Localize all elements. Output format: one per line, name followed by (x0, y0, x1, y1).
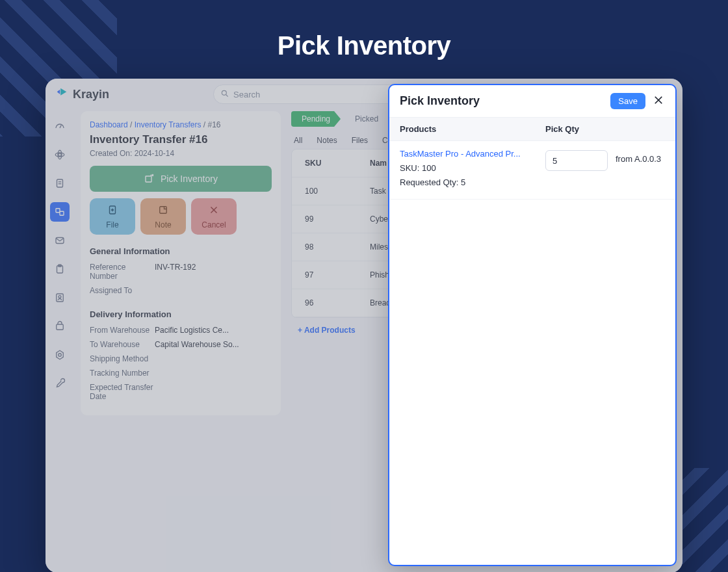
svg-line-3 (226, 94, 228, 96)
product-requested-qty: Requested Qty: 5 (400, 176, 545, 190)
nav-leads[interactable] (50, 145, 70, 164)
assigned-value (155, 286, 272, 295)
from-wh-label: From Warehouse (90, 326, 155, 335)
col-sku: SKU (305, 159, 370, 168)
brand-name: Krayin (73, 88, 109, 101)
svg-point-17 (58, 296, 61, 298)
crumb-current: #16 (207, 120, 220, 129)
from-wh-value: Pacific Logistics Ce... (155, 326, 272, 335)
ship-label: Shipping Method (90, 354, 155, 363)
svg-line-4 (60, 125, 61, 129)
expect-label: Expected Transfer Date (90, 383, 155, 401)
cancel-label: Cancel (202, 220, 226, 229)
nav-dashboard[interactable] (50, 116, 70, 136)
general-heading: General Information (90, 246, 272, 256)
close-drawer-button[interactable] (652, 95, 665, 108)
svg-rect-21 (146, 176, 151, 182)
brand-logo: Krayin (55, 87, 109, 101)
pick-inventory-button[interactable]: Pick Inventory (90, 166, 272, 192)
svg-marker-19 (57, 350, 64, 359)
nav-config[interactable] (50, 374, 70, 393)
note-label: Note (155, 220, 171, 229)
nav-rail (46, 110, 74, 572)
save-button[interactable]: Save (610, 93, 645, 109)
crumb-transfers[interactable]: Inventory Transfers (135, 120, 202, 129)
status-picked: Picked (341, 111, 389, 127)
drawer-col-qty: Pick Qty (545, 124, 665, 134)
note-button[interactable]: Note (140, 198, 186, 235)
ref-value: INV-TR-192 (155, 263, 272, 281)
detail-card: Dashboard / Inventory Transfers / #16 In… (81, 111, 281, 415)
nav-quotes[interactable] (50, 174, 70, 193)
brand-mark-icon (55, 87, 69, 101)
nav-contacts[interactable] (50, 288, 70, 307)
delivery-heading: Delivery Information (90, 309, 272, 319)
file-button[interactable]: File (90, 198, 135, 235)
drawer-col-products: Products (400, 124, 545, 134)
search-icon (220, 89, 229, 100)
pick-qty-input[interactable] (545, 150, 608, 171)
file-label: File (106, 220, 118, 229)
close-icon (208, 204, 220, 218)
pick-inventory-drawer: Pick Inventory Save Products Pick Qty Ta… (388, 84, 677, 566)
cancel-button[interactable]: Cancel (191, 198, 237, 235)
close-icon (653, 94, 664, 109)
crumb-dashboard[interactable]: Dashboard (90, 120, 128, 129)
assigned-label: Assigned To (90, 286, 155, 295)
nav-activities[interactable] (50, 259, 70, 279)
svg-rect-12 (60, 211, 64, 215)
drawer-title: Pick Inventory (400, 94, 610, 108)
hero-title: Pick Inventory (0, 0, 728, 79)
to-wh-value: Capital Warehouse So... (155, 340, 272, 349)
nav-products[interactable] (50, 317, 70, 336)
tab-files[interactable]: Files (352, 136, 368, 145)
svg-rect-8 (57, 179, 63, 187)
tab-all[interactable]: All (294, 136, 302, 145)
drawer-item-row: TaskMaster Pro - Advanced Pr... SKU: 100… (389, 141, 675, 200)
svg-rect-11 (56, 209, 60, 213)
status-pending: Pending (291, 111, 341, 127)
from-location: from A.0.0.3 (616, 150, 661, 164)
svg-point-20 (58, 354, 62, 357)
page-title: Inventory Transfer #16 (90, 133, 272, 146)
created-meta: Created On: 2024-10-14 (90, 149, 272, 158)
svg-marker-0 (57, 90, 60, 94)
note-icon (157, 204, 169, 218)
svg-rect-23 (160, 206, 167, 213)
svg-point-5 (58, 153, 62, 157)
tab-c[interactable]: C (382, 136, 388, 145)
ref-label: Reference Number (90, 263, 155, 281)
product-name-link[interactable]: TaskMaster Pro - Advanced Pr... (400, 149, 530, 159)
svg-rect-18 (57, 324, 64, 330)
product-sku: SKU: 100 (400, 161, 545, 176)
tab-notes[interactable]: Notes (317, 136, 337, 145)
nav-inventory[interactable] (50, 202, 70, 222)
search-placeholder: Search (233, 90, 260, 99)
nav-settings[interactable] (50, 345, 70, 365)
nav-mail[interactable] (50, 231, 70, 250)
pick-inventory-label: Pick Inventory (161, 174, 218, 184)
file-icon (107, 204, 118, 218)
app-window: Krayin Search Dashboard / (46, 79, 682, 572)
svg-marker-1 (60, 88, 66, 96)
track-label: Tracking Number (90, 369, 155, 378)
to-wh-label: To Warehouse (90, 340, 155, 349)
svg-point-2 (222, 90, 226, 95)
breadcrumb: Dashboard / Inventory Transfers / #16 (90, 120, 272, 129)
box-out-icon (144, 172, 155, 186)
